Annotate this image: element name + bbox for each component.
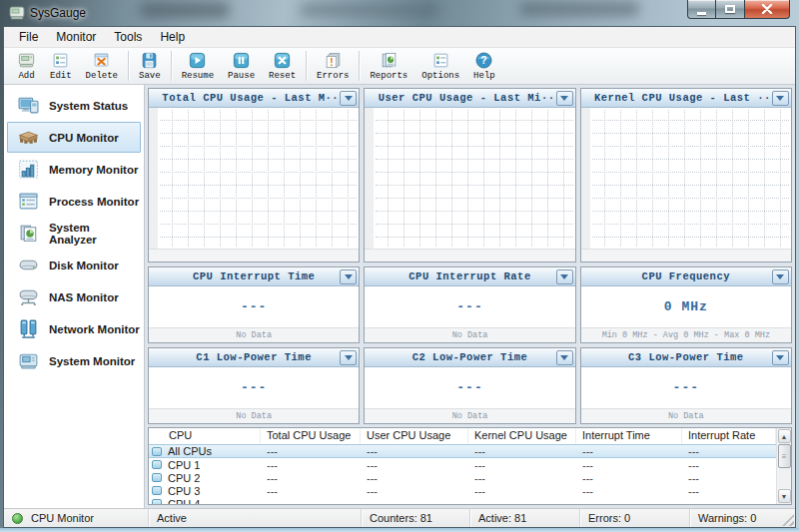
delete-button[interactable]: Delete <box>79 49 125 84</box>
options-button[interactable]: Options <box>414 49 466 84</box>
chevron-down-icon <box>560 96 568 101</box>
grid-line-horizontal <box>592 237 789 238</box>
row-label: CPU 4 <box>168 498 200 505</box>
grid-line-horizontal <box>160 172 357 173</box>
chart-axis-gutter <box>149 108 158 249</box>
window-title: SysGauge <box>30 6 86 20</box>
grid-line-vertical <box>300 110 301 247</box>
grid-line-vertical <box>732 110 733 247</box>
add-button[interactable]: Add <box>10 49 43 84</box>
grid-line-vertical <box>435 110 436 247</box>
sidebar-item-disk-monitor[interactable]: Disk Monitor <box>7 250 141 280</box>
minimize-icon <box>697 12 706 15</box>
status-monitor-name: CPU Monitor <box>31 512 94 524</box>
save-icon <box>140 51 159 70</box>
panel-menu-button[interactable] <box>556 350 573 365</box>
chevron-down-icon <box>345 96 353 101</box>
gauge-footer: No Data <box>365 327 574 342</box>
panel-menu-button[interactable] <box>556 269 573 284</box>
panel-c2-low-power-time: C2 Low-Power Time --- No Data <box>364 347 575 424</box>
vertical-scrollbar[interactable]: ▲ ≡ ▼ <box>776 428 791 504</box>
cpu-row-icon <box>152 473 162 482</box>
panel-menu-button[interactable] <box>340 91 357 106</box>
sidebar-item-nas-monitor[interactable]: NAS Monitor <box>7 281 141 312</box>
menu-tools[interactable]: Tools <box>105 28 151 46</box>
table-row-cpu-4[interactable]: CPU 4--------------- <box>149 497 776 504</box>
help-icon: ? <box>474 51 493 70</box>
table-row-cpu-2[interactable]: CPU 2--------------- <box>149 471 776 484</box>
reset-button[interactable]: Reset <box>262 49 303 84</box>
menubar: File Monitor Tools Help <box>4 27 795 48</box>
help-button[interactable]: ? Help <box>466 49 502 84</box>
scroll-down-button[interactable]: ▼ <box>778 489 791 503</box>
sidebar-item-cpu-monitor[interactable]: CPU Monitor <box>7 122 141 153</box>
column-header-interrupt-time[interactable]: Interrupt Time <box>576 428 682 444</box>
pause-button[interactable]: Pause <box>221 49 262 84</box>
column-header-user-cpu-usage[interactable]: User CPU Usage <box>361 428 468 444</box>
toolbar-separator <box>359 51 360 81</box>
maximize-button[interactable] <box>716 0 744 19</box>
panel-menu-button[interactable] <box>340 350 357 365</box>
menu-file[interactable]: File <box>10 28 47 46</box>
grid-line-horizontal <box>376 211 572 212</box>
grid-line-horizontal <box>160 185 357 186</box>
column-header-cpu[interactable]: CPU <box>149 428 261 444</box>
save-button[interactable]: Save <box>132 49 168 84</box>
grid-line-vertical <box>563 110 564 247</box>
row-value: --- <box>261 498 361 505</box>
grid-line-horizontal <box>160 198 357 199</box>
minimize-button[interactable] <box>687 0 716 19</box>
grid-line-vertical <box>764 110 765 247</box>
gauge-value: --- <box>581 367 791 408</box>
close-icon <box>761 4 773 14</box>
column-header-kernel-cpu-usage[interactable]: Kernel CPU Usage <box>468 428 576 444</box>
sidebar-item-system-monitor[interactable]: System Monitor <box>7 345 141 376</box>
column-header-total-cpu-usage[interactable]: Total CPU Usage <box>261 428 361 444</box>
sidebar-item-system-analyzer[interactable]: System Analyzer <box>7 218 141 249</box>
errors-button[interactable]: ! Errors <box>310 49 356 84</box>
grid-line-vertical <box>348 110 349 247</box>
edit-button[interactable]: Edit <box>43 49 79 84</box>
panel-title: C1 Low-Power Time <box>196 351 312 363</box>
scroll-up-button[interactable]: ▲ <box>778 429 791 443</box>
client-area: File Monitor Tools Help Add <box>3 26 796 528</box>
cpu-row-icon <box>152 499 162 504</box>
resume-button[interactable]: Resume <box>175 49 221 84</box>
panel-title: User CPU Usage - Last Mi··· <box>379 92 562 104</box>
menu-monitor[interactable]: Monitor <box>47 28 105 46</box>
grid-line-horizontal <box>592 185 789 186</box>
sidebar-item-memory-monitor[interactable]: Memory Monitor <box>7 154 141 185</box>
cpu-row-icon <box>152 486 162 495</box>
chevron-down-icon <box>560 274 568 279</box>
grid-line-vertical <box>668 110 669 247</box>
sidebar-item-system-status[interactable]: System Status <box>7 90 141 121</box>
table-row-all-cpus[interactable]: All CPUs--------------- <box>149 444 776 458</box>
panel-menu-button[interactable] <box>772 350 789 365</box>
reports-button[interactable]: Reports <box>363 49 414 84</box>
panel-menu-button[interactable] <box>340 269 357 284</box>
grid-line-horizontal <box>160 146 357 147</box>
chart-axis-gutter <box>581 108 590 249</box>
add-icon <box>17 51 36 70</box>
column-header-interrupt-rate[interactable]: Interrupt Rate <box>682 428 776 444</box>
table-row-cpu-3[interactable]: CPU 3--------------- <box>149 484 776 497</box>
panel-menu-button[interactable] <box>772 91 789 106</box>
delete-icon <box>92 51 111 70</box>
row-value: --- <box>468 445 576 457</box>
titlebar[interactable]: SysGauge <box>0 0 799 26</box>
grid-line-vertical <box>204 110 205 247</box>
close-button[interactable] <box>744 0 790 19</box>
grid-line-vertical <box>451 110 452 247</box>
menu-help[interactable]: Help <box>151 28 194 46</box>
table-row-cpu-1[interactable]: CPU 1--------------- <box>149 458 776 471</box>
edit-icon <box>51 51 70 70</box>
sidebar-item-process-monitor[interactable]: Process Monitor <box>7 186 141 217</box>
scrollbar-thumb[interactable]: ≡ <box>778 444 791 468</box>
grid-line-vertical <box>620 110 621 247</box>
sidebar-item-network-monitor[interactable]: Network Monitor <box>7 313 141 344</box>
panel-menu-button[interactable] <box>556 91 573 106</box>
gauge-value: --- <box>365 367 574 408</box>
panel-menu-button[interactable] <box>772 269 789 284</box>
row-value: --- <box>576 498 682 505</box>
panel-user-cpu-usage: User CPU Usage - Last Mi··· <box>364 88 575 263</box>
